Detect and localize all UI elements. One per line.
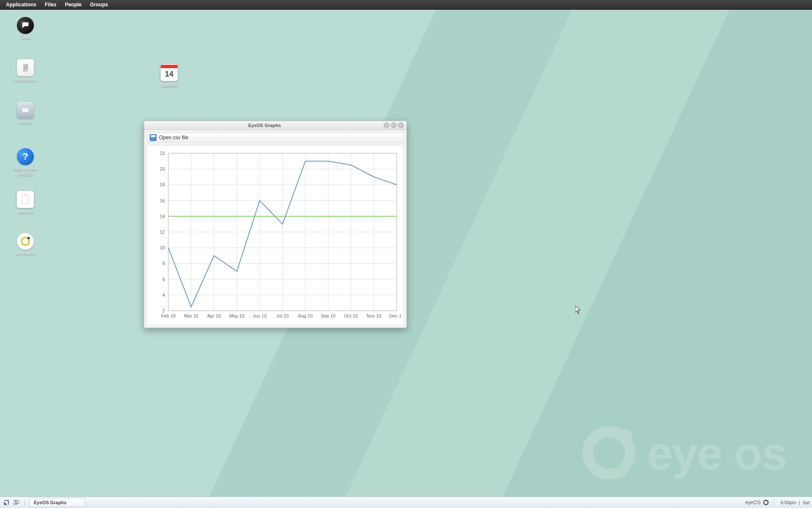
home-icon (17, 102, 34, 119)
icon-label: Welcome (8, 251, 42, 256)
svg-rect-2 (22, 108, 29, 110)
open-csv-button[interactable]: Open csv file (147, 133, 404, 143)
svg-text:16: 16 (160, 198, 165, 203)
cal-icon: 14 (160, 64, 178, 81)
file-icon (16, 190, 34, 208)
cursor-icon (575, 306, 581, 314)
svg-point-5 (27, 237, 30, 239)
svg-rect-3 (22, 110, 29, 112)
svg-text:6: 6 (162, 277, 165, 282)
menu-files[interactable]: Files (41, 2, 60, 8)
brand-text: eyeOS (745, 500, 761, 505)
desktop-icon-chat[interactable]: Chat (8, 17, 42, 40)
close-button[interactable] (398, 122, 404, 128)
clock-time: 6:50pm (781, 500, 796, 505)
svg-text:Oct 10: Oct 10 (344, 313, 358, 318)
taskbar-brand[interactable]: eyeOS (745, 499, 769, 506)
help-icon: ? (17, 148, 34, 165)
svg-text:Jun 10: Jun 10 (252, 313, 266, 318)
desktop-icon-home[interactable]: Home (8, 102, 42, 125)
desktop-icon-howto[interactable]: ?How to use eyeOS (8, 148, 42, 177)
docs-icon (17, 59, 34, 76)
desktop: eye os ApplicationsFilesPeopleGroups Cha… (0, 0, 812, 508)
minimize-button[interactable] (384, 122, 390, 128)
taskbar: EyeOS Graphs eyeOS 6:50pm | Sat (0, 497, 812, 508)
icon-label: Documents (8, 77, 42, 83)
taskbar-item-eyeos-graphs[interactable]: EyeOS Graphs (29, 498, 85, 507)
svg-text:Nov 10: Nov 10 (367, 313, 381, 318)
disk-icon (150, 134, 156, 141)
svg-text:14: 14 (160, 214, 165, 219)
svg-text:10: 10 (160, 245, 165, 250)
menu-groups[interactable]: Groups (86, 2, 112, 8)
svg-text:20: 20 (160, 166, 165, 171)
eyeos-logo-icon (763, 499, 769, 506)
svg-text:2: 2 (162, 308, 165, 313)
welcome-icon (17, 233, 34, 250)
icon-label: How to use eyeOS (8, 166, 42, 177)
chat-icon (17, 17, 34, 34)
svg-text:Apr 10: Apr 10 (207, 313, 221, 318)
eyeos-watermark: eye os (579, 423, 787, 483)
chart: 246810121416182022Feb 10Mar 10Apr 10May … (147, 145, 404, 325)
svg-text:Aug 10: Aug 10 (298, 313, 313, 318)
taskbar-clock: 6:50pm | Sat (781, 500, 809, 505)
window-titlebar[interactable]: EyeOS Graphs (144, 121, 406, 130)
window-eyeos-graphs[interactable]: EyeOS Graphs Open csv file 2468101214161… (144, 121, 407, 328)
windows-button[interactable] (13, 499, 20, 506)
menu-people[interactable]: People (60, 2, 85, 8)
svg-text:Sep 10: Sep 10 (321, 313, 336, 318)
desktop-icon-welcome[interactable]: Welcome (8, 233, 42, 256)
window-title: EyeOS Graphs (147, 123, 382, 128)
svg-text:May 10: May 10 (229, 313, 244, 318)
svg-text:12: 12 (160, 229, 165, 235)
svg-text:22: 22 (160, 151, 165, 156)
maximize-button[interactable] (391, 122, 397, 128)
desktop-icon-documents[interactable]: Documents (8, 59, 42, 83)
svg-text:Dec 10: Dec 10 (390, 313, 401, 318)
desktop-icon-testcsv[interactable]: test.csv (8, 190, 42, 215)
svg-text:Feb 10: Feb 10 (161, 313, 176, 318)
taskbar-item-label: EyeOS Graphs (34, 500, 66, 505)
clock-day: Sat (802, 500, 809, 505)
svg-point-55 (767, 500, 768, 501)
icon-label: test.csv (8, 210, 42, 215)
show-desktop-button[interactable] (3, 499, 10, 506)
watermark-text: eye os (647, 426, 787, 480)
svg-text:8: 8 (162, 261, 165, 266)
open-csv-label: Open csv file (159, 135, 188, 141)
svg-text:Mar 10: Mar 10 (184, 313, 198, 318)
icon-label: Chat (8, 35, 42, 40)
svg-text:Jul 10: Jul 10 (276, 313, 288, 318)
top-menubar: ApplicationsFilesPeopleGroups (0, 0, 812, 10)
svg-text:4: 4 (162, 293, 165, 298)
svg-point-1 (618, 429, 633, 444)
svg-text:18: 18 (160, 182, 165, 187)
menu-applications[interactable]: Applications (2, 2, 41, 8)
desktop-icon-calendar[interactable]: 14calendar (152, 64, 186, 88)
icon-label: calendar (152, 83, 186, 88)
icon-label: Home (8, 120, 42, 125)
